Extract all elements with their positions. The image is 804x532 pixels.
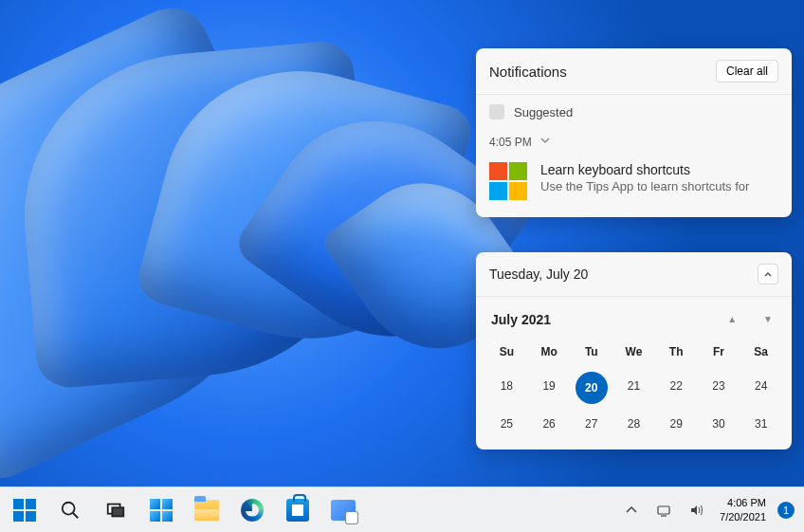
- calendar-month-row: July 2021 ▲ ▼: [476, 297, 792, 334]
- clock-time: 4:06 PM: [720, 496, 766, 509]
- chevron-up-icon: [763, 269, 773, 279]
- network-button[interactable]: [651, 491, 676, 529]
- taskbar-app-icons: [0, 491, 362, 529]
- notification-heading: Learn keyboard shortcuts: [540, 162, 778, 177]
- calendar-day[interactable]: 27: [570, 410, 612, 438]
- chevron-up-icon: [624, 503, 639, 518]
- start-button[interactable]: [6, 491, 44, 529]
- calendar-day[interactable]: 26: [528, 410, 571, 438]
- calendar-day[interactable]: 21: [612, 372, 655, 404]
- calendar-header: Tuesday, July 20: [476, 252, 792, 297]
- collapse-calendar-button[interactable]: [758, 264, 778, 284]
- calendar-day[interactable]: 30: [698, 410, 740, 438]
- calendar-day[interactable]: 23: [698, 372, 740, 404]
- calendar-day[interactable]: 25: [485, 410, 528, 438]
- file-explorer-button[interactable]: [188, 491, 226, 529]
- calendar-day[interactable]: 19: [528, 372, 571, 404]
- notification-time: 4:05 PM: [489, 136, 532, 149]
- svg-line-1: [73, 512, 79, 518]
- suggested-label: Suggested: [514, 105, 573, 119]
- speaker-icon: [688, 503, 704, 518]
- calendar-day[interactable]: 29: [655, 410, 698, 438]
- calendar-dow: Mo: [528, 338, 571, 366]
- notification-badge[interactable]: 1: [777, 502, 795, 519]
- calendar-dow: Tu: [570, 338, 612, 366]
- search-icon: [60, 500, 81, 521]
- folder-icon: [194, 500, 219, 521]
- calendar-month-label[interactable]: July 2021: [491, 312, 551, 327]
- svg-rect-3: [112, 507, 123, 516]
- calendar-dow: We: [612, 338, 655, 366]
- calendar-day[interactable]: 20: [576, 372, 608, 404]
- notifications-panel: Notifications Clear all Suggested 4:05 P…: [476, 48, 792, 217]
- snip-icon: [331, 500, 356, 521]
- calendar-dow: Th: [655, 338, 698, 366]
- calendar-dow: Fr: [698, 338, 740, 366]
- calendar-day[interactable]: 18: [485, 372, 528, 404]
- svg-point-0: [63, 502, 75, 514]
- store-button[interactable]: [279, 491, 317, 529]
- calendar-full-date: Tuesday, July 20: [489, 266, 588, 282]
- search-button[interactable]: [51, 491, 89, 529]
- snip-tool-button[interactable]: [324, 491, 362, 529]
- notifications-title: Notifications: [489, 64, 567, 80]
- suggested-row[interactable]: Suggested: [476, 95, 792, 129]
- notification-item[interactable]: Learn keyboard shortcuts Use the Tips Ap…: [476, 151, 792, 217]
- volume-button[interactable]: [684, 491, 708, 529]
- calendar-day[interactable]: 24: [740, 372, 782, 404]
- next-month-button[interactable]: ▼: [759, 310, 777, 328]
- taskbar: 4:06 PM 7/20/2021 1: [0, 486, 804, 532]
- notification-body: Use the Tips App to learn shortcuts for: [540, 179, 778, 193]
- prev-month-button[interactable]: ▲: [723, 310, 740, 328]
- clock-date: 7/20/2021: [720, 510, 766, 523]
- notification-text: Learn keyboard shortcuts Use the Tips Ap…: [540, 162, 778, 193]
- calendar-dow: Sa: [740, 338, 782, 366]
- task-view-button[interactable]: [97, 491, 135, 529]
- calendar-day[interactable]: 22: [655, 372, 698, 404]
- edge-button[interactable]: [233, 491, 271, 529]
- tray-overflow-button[interactable]: [619, 491, 644, 529]
- calendar-grid: SuMoTuWeThFrSa18192021222324252627282930…: [476, 334, 792, 449]
- microsoft-logo-icon: [489, 162, 527, 200]
- calendar-dow: Su: [485, 338, 528, 366]
- clear-all-button[interactable]: Clear all: [716, 60, 778, 83]
- notification-time-row[interactable]: 4:05 PM: [476, 129, 792, 151]
- calendar-day[interactable]: 31: [740, 410, 782, 438]
- system-tray: 4:06 PM 7/20/2021 1: [619, 491, 804, 529]
- suggested-icon: [489, 104, 504, 119]
- widgets-icon: [150, 499, 173, 522]
- taskbar-clock[interactable]: 4:06 PM 7/20/2021: [716, 496, 770, 523]
- task-view-icon: [105, 500, 126, 521]
- edge-icon: [241, 499, 264, 522]
- widgets-button[interactable]: [142, 491, 180, 529]
- chevron-down-icon: [539, 135, 551, 149]
- svg-rect-4: [658, 506, 669, 514]
- windows-logo-icon: [13, 499, 36, 522]
- store-icon: [286, 499, 309, 522]
- notifications-header: Notifications Clear all: [476, 48, 792, 95]
- calendar-day[interactable]: 28: [612, 410, 655, 438]
- network-icon: [656, 503, 671, 518]
- calendar-panel: Tuesday, July 20 July 2021 ▲ ▼ SuMoTuWeT…: [476, 252, 792, 449]
